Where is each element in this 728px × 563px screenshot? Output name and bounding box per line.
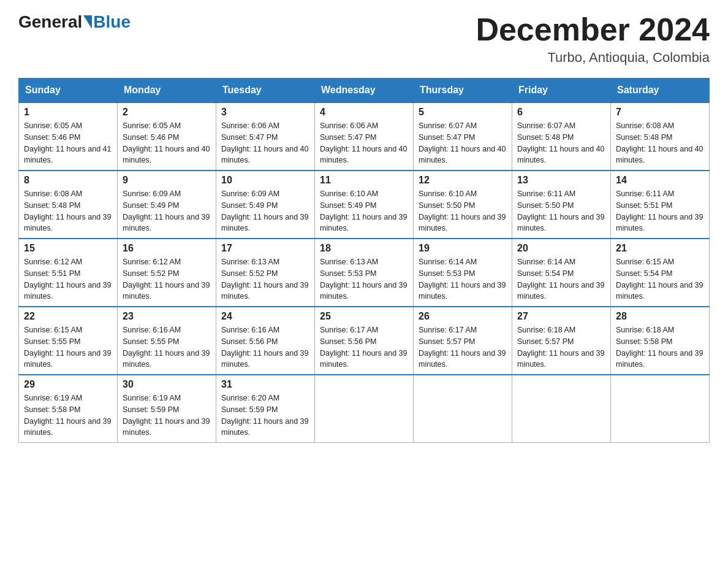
day-number: 9 [123, 175, 211, 186]
daylight-label: Daylight: 11 hours and 40 minutes. [517, 145, 604, 165]
sunrise-label: Sunrise: 6:09 AM [123, 190, 181, 198]
sunset-label: Sunset: 5:56 PM [320, 337, 376, 346]
sunset-label: Sunset: 5:58 PM [24, 405, 80, 414]
sunrise-label: Sunrise: 6:16 AM [221, 326, 279, 334]
sunrise-label: Sunrise: 6:10 AM [320, 190, 378, 198]
day-number: 22 [24, 311, 112, 322]
calendar-header-wednesday: Wednesday [315, 79, 414, 103]
day-number: 8 [24, 175, 112, 186]
sunset-label: Sunset: 5:47 PM [320, 133, 376, 142]
daylight-label: Daylight: 11 hours and 39 minutes. [123, 213, 210, 233]
sunset-label: Sunset: 5:55 PM [24, 337, 80, 346]
day-info: Sunrise: 6:07 AM Sunset: 5:48 PM Dayligh… [517, 120, 605, 166]
calendar-week-row-5: 29 Sunrise: 6:19 AM Sunset: 5:58 PM Dayl… [19, 375, 710, 443]
month-title: December 2024 [476, 12, 710, 47]
calendar-cell: 2 Sunrise: 6:05 AM Sunset: 5:46 PM Dayli… [118, 102, 216, 170]
calendar-header-friday: Friday [512, 79, 611, 103]
day-info: Sunrise: 6:11 AM Sunset: 5:50 PM Dayligh… [517, 188, 605, 234]
sunrise-label: Sunrise: 6:20 AM [221, 394, 279, 402]
daylight-label: Daylight: 11 hours and 39 minutes. [517, 213, 604, 233]
calendar-cell: 29 Sunrise: 6:19 AM Sunset: 5:58 PM Dayl… [19, 375, 118, 443]
day-number: 19 [419, 243, 507, 254]
sunset-label: Sunset: 5:51 PM [616, 201, 672, 210]
calendar-cell: 30 Sunrise: 6:19 AM Sunset: 5:59 PM Dayl… [118, 375, 216, 443]
day-info: Sunrise: 6:19 AM Sunset: 5:58 PM Dayligh… [24, 393, 112, 439]
calendar-cell: 3 Sunrise: 6:06 AM Sunset: 5:47 PM Dayli… [216, 102, 315, 170]
calendar-header-thursday: Thursday [414, 79, 512, 103]
sunrise-label: Sunrise: 6:08 AM [24, 190, 82, 198]
daylight-label: Daylight: 11 hours and 39 minutes. [221, 213, 308, 233]
day-info: Sunrise: 6:12 AM Sunset: 5:51 PM Dayligh… [24, 256, 112, 302]
day-info: Sunrise: 6:16 AM Sunset: 5:56 PM Dayligh… [221, 324, 309, 370]
calendar-cell: 6 Sunrise: 6:07 AM Sunset: 5:48 PM Dayli… [512, 102, 611, 170]
daylight-label: Daylight: 11 hours and 39 minutes. [123, 281, 210, 301]
day-number: 12 [419, 175, 507, 186]
day-info: Sunrise: 6:15 AM Sunset: 5:54 PM Dayligh… [616, 256, 704, 302]
sunrise-label: Sunrise: 6:08 AM [616, 121, 674, 130]
daylight-label: Daylight: 11 hours and 40 minutes. [320, 145, 407, 165]
calendar-cell: 19 Sunrise: 6:14 AM Sunset: 5:53 PM Dayl… [414, 239, 512, 307]
calendar-header-saturday: Saturday [611, 79, 710, 103]
sunset-label: Sunset: 5:52 PM [221, 269, 278, 278]
calendar-cell: 4 Sunrise: 6:06 AM Sunset: 5:47 PM Dayli… [315, 102, 414, 170]
day-info: Sunrise: 6:15 AM Sunset: 5:55 PM Dayligh… [24, 324, 112, 370]
daylight-label: Daylight: 11 hours and 39 minutes. [517, 349, 604, 369]
sunrise-label: Sunrise: 6:09 AM [221, 190, 279, 198]
day-info: Sunrise: 6:17 AM Sunset: 5:56 PM Dayligh… [320, 324, 408, 370]
sunset-label: Sunset: 5:54 PM [616, 269, 672, 278]
day-number: 20 [517, 243, 605, 254]
daylight-label: Daylight: 11 hours and 39 minutes. [419, 349, 506, 369]
calendar-cell: 5 Sunrise: 6:07 AM Sunset: 5:47 PM Dayli… [414, 102, 512, 170]
sunset-label: Sunset: 5:59 PM [123, 405, 179, 414]
sunset-label: Sunset: 5:46 PM [123, 133, 179, 142]
daylight-label: Daylight: 11 hours and 41 minutes. [24, 145, 111, 165]
daylight-label: Daylight: 11 hours and 39 minutes. [616, 281, 703, 301]
daylight-label: Daylight: 11 hours and 40 minutes. [419, 145, 506, 165]
day-number: 13 [517, 175, 605, 186]
calendar-cell [611, 375, 710, 443]
sunset-label: Sunset: 5:47 PM [419, 133, 475, 142]
day-number: 7 [616, 107, 704, 118]
sunrise-label: Sunrise: 6:10 AM [419, 190, 477, 198]
sunset-label: Sunset: 5:49 PM [221, 201, 278, 210]
calendar-cell: 7 Sunrise: 6:08 AM Sunset: 5:48 PM Dayli… [611, 102, 710, 170]
day-number: 14 [616, 175, 704, 186]
daylight-label: Daylight: 11 hours and 39 minutes. [616, 349, 703, 369]
sunrise-label: Sunrise: 6:15 AM [24, 326, 82, 334]
day-number: 30 [123, 379, 211, 390]
day-number: 3 [221, 107, 309, 118]
calendar-cell: 28 Sunrise: 6:18 AM Sunset: 5:58 PM Dayl… [611, 307, 710, 375]
daylight-label: Daylight: 11 hours and 39 minutes. [517, 281, 604, 301]
calendar-cell: 10 Sunrise: 6:09 AM Sunset: 5:49 PM Dayl… [216, 170, 315, 239]
sunset-label: Sunset: 5:50 PM [419, 201, 475, 210]
daylight-label: Daylight: 11 hours and 40 minutes. [221, 145, 308, 165]
daylight-label: Daylight: 11 hours and 39 minutes. [320, 349, 407, 369]
day-info: Sunrise: 6:14 AM Sunset: 5:53 PM Dayligh… [419, 256, 507, 302]
calendar-cell: 11 Sunrise: 6:10 AM Sunset: 5:49 PM Dayl… [315, 170, 414, 239]
day-info: Sunrise: 6:06 AM Sunset: 5:47 PM Dayligh… [320, 120, 408, 166]
calendar-cell: 1 Sunrise: 6:05 AM Sunset: 5:46 PM Dayli… [19, 102, 118, 170]
day-info: Sunrise: 6:11 AM Sunset: 5:51 PM Dayligh… [616, 188, 704, 234]
calendar-cell: 26 Sunrise: 6:17 AM Sunset: 5:57 PM Dayl… [414, 307, 512, 375]
sunrise-label: Sunrise: 6:15 AM [616, 258, 674, 266]
sunset-label: Sunset: 5:57 PM [517, 337, 574, 346]
calendar-cell [414, 375, 512, 443]
sunrise-label: Sunrise: 6:13 AM [221, 258, 279, 266]
page-header: General Blue December 2024 Turbo, Antioq… [18, 12, 710, 66]
location-title: Turbo, Antioquia, Colombia [476, 50, 710, 66]
calendar-cell: 16 Sunrise: 6:12 AM Sunset: 5:52 PM Dayl… [118, 239, 216, 307]
sunrise-label: Sunrise: 6:11 AM [616, 190, 674, 198]
sunset-label: Sunset: 5:48 PM [616, 133, 672, 142]
calendar-week-row-3: 15 Sunrise: 6:12 AM Sunset: 5:51 PM Dayl… [19, 239, 710, 307]
day-number: 2 [123, 107, 211, 118]
sunset-label: Sunset: 5:52 PM [123, 269, 179, 278]
sunset-label: Sunset: 5:53 PM [320, 269, 376, 278]
daylight-label: Daylight: 11 hours and 39 minutes. [419, 213, 506, 233]
calendar-cell [512, 375, 611, 443]
daylight-label: Daylight: 11 hours and 40 minutes. [616, 145, 703, 165]
sunrise-label: Sunrise: 6:18 AM [616, 326, 674, 334]
sunset-label: Sunset: 5:47 PM [221, 133, 278, 142]
calendar-cell: 31 Sunrise: 6:20 AM Sunset: 5:59 PM Dayl… [216, 375, 315, 443]
daylight-label: Daylight: 11 hours and 39 minutes. [221, 281, 308, 301]
day-info: Sunrise: 6:10 AM Sunset: 5:50 PM Dayligh… [419, 188, 507, 234]
